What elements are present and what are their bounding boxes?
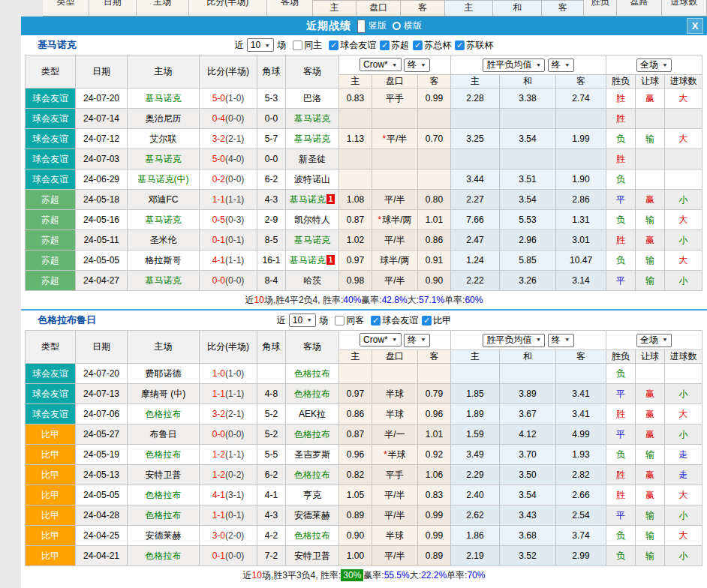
euro-draw-odds: 3.54 <box>500 129 556 149</box>
league-type-badge: 比甲 <box>26 445 76 465</box>
home-team[interactable]: 色格拉布 <box>128 485 200 506</box>
corner-score: 4-2 <box>257 526 286 546</box>
home-team[interactable]: 基马诺克(中) <box>128 170 200 190</box>
euro-away-odds: 2.99 <box>556 546 606 566</box>
away-team[interactable]: 色格拉布 <box>286 384 339 404</box>
odds-final-select[interactable]: 终▼ <box>404 58 430 72</box>
euro-odds-select[interactable]: 胜平负均值▼ <box>483 58 545 72</box>
summary-segment: 42.8% <box>382 295 408 305</box>
table-row: 球会友谊24-07-13摩纳哥 (中)1-1(1-1)4-8色格拉布0.97半球… <box>26 384 702 404</box>
away-team[interactable]: 安德莱赫 <box>286 506 339 526</box>
match-count-select[interactable]: 10▼ <box>247 38 274 52</box>
euro-away-odds: 10.47 <box>556 250 606 271</box>
match-count-select[interactable]: 10▼ <box>289 314 316 327</box>
home-team[interactable]: 奥治尼历 <box>128 109 200 129</box>
home-team[interactable]: 邓迪FC <box>128 190 200 210</box>
scope-select[interactable]: 全场▼ <box>636 334 672 347</box>
league-checkbox-球会友谊[interactable]: ✓球会友谊 <box>371 314 418 327</box>
table-row: 比甲24-05-13安特卫普1-2(0-2)6-2色格拉布0.82平手1.062… <box>26 465 702 485</box>
euro-home-odds: 2.19 <box>451 546 500 566</box>
away-team[interactable]: 巴洛 <box>286 88 339 109</box>
euro-final-select[interactable]: 终▼ <box>548 334 574 347</box>
home-team[interactable]: 色格拉布 <box>128 506 200 526</box>
team-name-title[interactable]: 基马诺克 <box>38 38 77 52</box>
league-checkbox-比甲[interactable]: ✓比甲 <box>422 314 451 327</box>
euro-home-odds: 1.85 <box>451 384 500 404</box>
away-team[interactable]: 色格拉布 <box>286 465 339 485</box>
away-team[interactable]: 基马诺克 <box>286 109 339 129</box>
scope-select[interactable]: 全场▼ <box>636 58 672 72</box>
subcol-euro-away: 客 <box>556 350 606 364</box>
league-type-badge: 苏超 <box>26 210 76 230</box>
same-venue-checkbox[interactable]: 同主 <box>293 39 322 52</box>
goals-result-cell: 小 <box>665 384 702 404</box>
home-team[interactable]: 费耶诺德 <box>128 364 200 384</box>
team-section-cercle-brugge: 色格拉布鲁日 近 10▼ 场 同客 ✓球会友谊✓比甲 类型 日期 主场 比分(半… <box>21 309 707 584</box>
home-team[interactable]: 安特卫普 <box>128 465 200 485</box>
league-checkbox-苏总杯[interactable]: ✓苏总杯 <box>413 39 451 52</box>
home-team[interactable]: 安德莱赫 <box>128 526 200 546</box>
home-team[interactable]: 艾尔联 <box>128 129 200 149</box>
odds-final-select[interactable]: 终▼ <box>404 334 430 347</box>
euro-away-odds: 1.99 <box>556 129 606 149</box>
away-team[interactable]: 圣吉罗斯 <box>286 445 339 465</box>
close-icon[interactable]: X <box>687 18 703 34</box>
odds-company-select[interactable]: Crow*▼ <box>360 333 402 346</box>
away-team[interactable]: 基马诺克1 <box>286 250 339 271</box>
away-team[interactable]: 色格拉布 <box>286 424 339 445</box>
league-checkbox-苏联杯[interactable]: ✓苏联杯 <box>455 39 493 52</box>
away-team[interactable]: 凯尔特人 <box>286 210 339 230</box>
away-team[interactable]: AEK拉 <box>286 404 339 424</box>
changed-line-star: * <box>382 134 386 144</box>
home-team[interactable]: 基马诺克 <box>128 88 200 109</box>
home-team[interactable]: 布鲁日 <box>128 424 200 445</box>
away-team[interactable]: 基马诺克 <box>286 129 339 149</box>
table-row: 比甲24-04-25安德莱赫3-0(2-0)4-2色格拉布0.90半球0.991… <box>26 526 702 546</box>
euro-final-select[interactable]: 终▼ <box>548 58 574 72</box>
away-team[interactable]: 色格拉布 <box>286 364 339 384</box>
same-venue-checkbox[interactable]: 同客 <box>335 314 364 327</box>
crow-away-odds: 0.99 <box>418 526 451 546</box>
horizontal-layout-radio[interactable] <box>393 22 401 30</box>
away-team[interactable]: 新圣徒 <box>286 149 339 170</box>
crow-home-odds: 0.98 <box>339 271 372 291</box>
home-team[interactable]: 格拉斯哥 <box>128 250 200 271</box>
league-checkbox-苏超[interactable]: ✓苏超 <box>380 39 409 52</box>
checkbox-icon[interactable]: ✓ <box>422 316 432 326</box>
home-team[interactable]: 色格拉布 <box>128 404 200 424</box>
home-team[interactable]: 圣米伦 <box>128 230 200 250</box>
league-checkbox-球会友谊[interactable]: ✓球会友谊 <box>329 39 376 52</box>
home-team[interactable]: 色格拉布 <box>128 546 200 566</box>
away-team[interactable]: 基马诺克 <box>286 230 339 250</box>
checkbox-icon[interactable]: ✓ <box>455 40 465 50</box>
crow-away-odds: 0.89 <box>418 546 451 566</box>
euro-odds-select[interactable]: 胜平负均值▼ <box>483 334 545 347</box>
away-team[interactable]: 波特诺山 <box>286 170 339 190</box>
home-team[interactable]: 摩纳哥 (中) <box>128 384 200 404</box>
crow-away-odds: 0.99 <box>418 506 451 526</box>
home-team[interactable]: 基马诺克 <box>128 149 200 170</box>
goals-result-cell: 小 <box>665 190 702 210</box>
goals-result-cell: 小 <box>665 546 702 566</box>
vertical-layout-radio[interactable] <box>357 20 366 33</box>
home-team[interactable]: 色格拉布 <box>128 445 200 465</box>
odds-company-select[interactable]: Crow*▼ <box>360 58 402 71</box>
match-date: 24-07-13 <box>76 384 128 404</box>
away-team[interactable]: 色格拉布 <box>286 526 339 546</box>
away-team[interactable]: 哈茨 <box>286 271 339 291</box>
home-team[interactable]: 基马诺克 <box>128 210 200 230</box>
vertical-layout-label[interactable]: 竖版 <box>369 20 387 32</box>
goals-result-cell <box>665 149 702 170</box>
team-name-title[interactable]: 色格拉布鲁日 <box>38 314 96 327</box>
home-team[interactable]: 基马诺克 <box>128 271 200 291</box>
away-team[interactable]: 安特卫普 <box>286 546 339 566</box>
euro-draw-odds: 3.70 <box>500 445 556 465</box>
checkbox-icon[interactable]: ✓ <box>329 40 338 50</box>
horizontal-layout-label[interactable]: 横版 <box>404 20 422 32</box>
checkbox-icon[interactable]: ✓ <box>413 40 423 50</box>
away-team[interactable]: 基马诺克1 <box>286 190 339 210</box>
away-team[interactable]: 亨克 <box>286 485 339 506</box>
checkbox-icon[interactable]: ✓ <box>371 316 381 326</box>
match-date: 24-07-20 <box>76 88 128 109</box>
checkbox-icon[interactable]: ✓ <box>380 40 390 50</box>
